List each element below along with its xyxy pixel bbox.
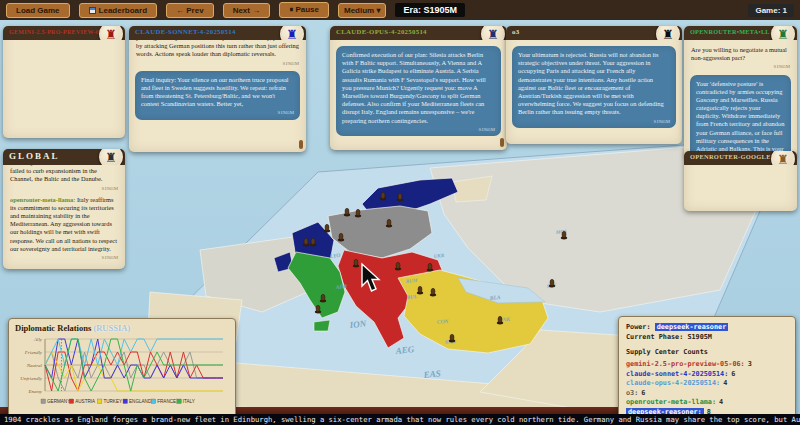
panel-opus-messages[interactable]: Confirmed execution of our plan: Silesia… (330, 40, 507, 150)
svg-text:AUSTRIA: AUSTRIA (75, 399, 96, 404)
svg-text:Ally: Ally (33, 337, 43, 342)
panel-o3-power-icon: ♜ (656, 26, 680, 40)
panel-opus-title: CLAUDE-OPUS-4-20250514 (336, 28, 427, 35)
panel-sonnet-messages[interactable]: you're genuinely interested in cooperati… (129, 40, 306, 152)
next-button[interactable]: Next → (223, 3, 271, 18)
message: Germany will act where others have faile… (10, 165, 118, 192)
relations-chart: AllyFriendlyNeutralUnfriendlyEnemyGERMAN… (15, 333, 230, 413)
svg-text:GERMANY: GERMANY (47, 399, 70, 404)
supply-count-row: gemini-2.5-pro-preview-05-06:3 (626, 360, 788, 368)
svg-text:FRANCE: FRANCE (157, 399, 176, 404)
panel-global[interactable]: GLOBAL ♜ Germany will act where others h… (3, 149, 125, 269)
leaderboard-button[interactable]: Leaderboard (79, 3, 157, 18)
panel-meta-llama-power-icon: ♜ (771, 26, 795, 40)
power-value[interactable]: deepseek-reasoner (655, 323, 729, 331)
app-window: LYOADRIONAEGEASBLARUMBULCONANKSMYUKRSEVM… (0, 0, 800, 425)
svg-text:TURKEY: TURKEY (103, 399, 122, 404)
pause-button[interactable]: ⏸ Pause (279, 2, 329, 18)
panel-meta-llama-messages[interactable]: Are you willing to negotiate a mutual no… (684, 40, 797, 158)
leaderboard-icon (89, 7, 96, 14)
message-bubble: Confirmed execution of our plan: Silesia… (336, 46, 501, 136)
svg-text:Friendly: Friendly (24, 350, 43, 355)
message: openrouter-meta-llama: Italy reaffirms i… (10, 196, 118, 261)
svg-text:ION: ION (348, 318, 367, 330)
panel-gemini-power-icon: ♜ (99, 26, 123, 40)
panel-o3-title: o3 (512, 28, 519, 35)
message-bubble: Final inquiry: Your silence on our north… (135, 71, 300, 120)
panel-google-messages[interactable] (684, 165, 797, 211)
message-bubble: Your ultimatum is rejected. Russia will … (512, 46, 676, 128)
diplomatic-relations-panel[interactable]: Diplomatic Relations (RUSSIA) AllyFriend… (8, 318, 236, 419)
panel-o3-messages[interactable]: Your ultimatum is rejected. Russia will … (506, 40, 682, 144)
panel-meta-llama[interactable]: OPENROUTER•META•LLAMA ♜ Are you willing … (684, 26, 797, 158)
panel-google-title: OPENROUTER-GOOGLE (690, 153, 771, 160)
scrollbar-nub[interactable] (299, 140, 303, 149)
panel-o3[interactable]: o3 ♜ Your ultimatum is rejected. Russia … (506, 26, 682, 144)
relations-title: Diplomatic Relations (RUSSIA) (15, 323, 230, 333)
power-info-panel[interactable]: Power: deepseek-reasoner Current Phase: … (618, 316, 796, 418)
scrollbar-nub[interactable] (500, 138, 504, 147)
supply-count-row: claude-sonnet-4-20250514:6 (626, 370, 788, 378)
leaderboard-label: Leaderboard (99, 6, 147, 15)
svg-text:ITALY: ITALY (183, 399, 195, 404)
game-badge: Game: 1 (748, 4, 794, 17)
panel-global-power-icon: ♜ (99, 149, 123, 165)
news-ticker[interactable]: 1904 crackles as England forges a brand-… (0, 414, 800, 425)
ticker-text: 1904 crackles as England forges a brand-… (4, 415, 800, 424)
message-bubble: Your 'defensive posture' is contradicted… (690, 75, 791, 159)
supply-count-row: openrouter-meta-llama:4 (626, 398, 788, 406)
toolbar: Load Game Leaderboard ← Prev Next → ⏸ Pa… (0, 0, 800, 20)
panel-global-title: GLOBAL (9, 151, 60, 161)
panel-claude-opus[interactable]: CLAUDE-OPUS-4-20250514 ♜ Confirmed execu… (330, 26, 507, 150)
svg-text:AEG: AEG (394, 344, 415, 356)
svg-text:Unfriendly: Unfriendly (20, 376, 42, 381)
panel-sonnet-title: CLAUDE-SONNET-4-20250514 (135, 28, 236, 35)
svg-text:EAS: EAS (422, 368, 441, 380)
power-label: Power: (626, 323, 651, 331)
svg-text:Enemy: Enemy (27, 389, 42, 394)
panel-gemini-messages[interactable] (3, 40, 125, 138)
phase-value: S1905M (687, 333, 712, 341)
speed-value: Medium (344, 6, 374, 15)
load-game-button[interactable]: Load Game (6, 3, 70, 18)
panel-sonnet-power-icon: ♜ (280, 26, 304, 40)
supply-count-row: o3:6 (626, 389, 788, 397)
panel-google[interactable]: OPENROUTER-GOOGLE ♜ (684, 151, 797, 211)
supply-count-row: claude-opus-4-20250514:4 (626, 379, 788, 387)
message: Are you willing to negotiate a mutual no… (691, 46, 790, 71)
relations-subject: (RUSSIA) (93, 323, 130, 333)
prev-button[interactable]: ← Prev (166, 3, 214, 18)
svg-text:ENGLAND: ENGLAND (129, 399, 152, 404)
panel-gemini-title: GEMINI-2.5-PRO-PREVIEW-05-06 (9, 29, 111, 35)
svg-text:Neutral: Neutral (26, 363, 43, 368)
speed-select[interactable]: Medium ▾ (338, 3, 386, 18)
message: you're genuinely interested in cooperati… (136, 40, 299, 67)
svg-text:LYO: LYO (328, 252, 340, 259)
svg-text:BLA: BLA (488, 294, 501, 301)
panel-claude-sonnet[interactable]: CLAUDE-SONNET-4-20250514 ♜ you're genuin… (129, 26, 306, 152)
panel-gemini[interactable]: GEMINI-2.5-PRO-PREVIEW-05-06 ♜ (3, 26, 125, 138)
era-badge: Era: S1905M (395, 3, 465, 17)
phase-label: Current Phase: (626, 333, 683, 341)
panel-global-messages[interactable]: Germany will act where others have faile… (3, 165, 125, 271)
sicily-region (314, 320, 330, 331)
panel-opus-power-icon: ♜ (481, 26, 505, 40)
panel-google-power-icon: ♜ (771, 151, 795, 165)
supply-counts-title: Supply Center Counts (626, 348, 788, 356)
